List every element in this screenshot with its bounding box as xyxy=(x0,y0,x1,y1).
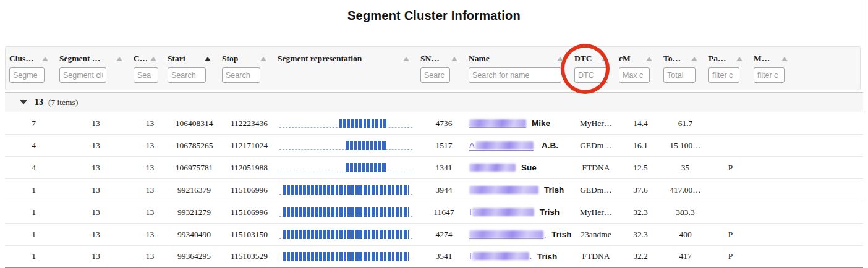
cell-cm: 32.3 xyxy=(618,207,663,217)
cell-snps: 11647 xyxy=(420,207,468,217)
page-title: Segment Cluster Information xyxy=(0,9,868,23)
cell-stop: 112171024 xyxy=(221,141,277,151)
column-label-paternal: Pa… xyxy=(708,54,726,64)
sort-header-total[interactable]: To… xyxy=(663,53,702,64)
group-row-chromosome-13[interactable]: 13 (7 items) xyxy=(5,92,863,112)
table-row[interactable]: 11313993404901151031504274,Trish23andme3… xyxy=(5,224,863,246)
sort-arrow-icon-stop[interactable] xyxy=(260,57,266,61)
table-row[interactable]: 11313992163791151069963944TrishGEDm…37.6… xyxy=(5,179,863,201)
cell-start: 99216379 xyxy=(167,185,221,195)
name-visible-suffix: . xyxy=(530,251,532,261)
sort-arrow-icon-snps[interactable] xyxy=(451,57,457,61)
column-label-maternal: M… xyxy=(754,54,770,64)
cell-cluster: 4 xyxy=(9,141,59,151)
column-label-start: Start xyxy=(168,54,185,64)
filter-input-dtc[interactable] xyxy=(574,67,608,83)
group-value: 13 xyxy=(35,98,43,107)
redacted-name-link[interactable]: A xyxy=(469,141,534,151)
cell-cm: 12.5 xyxy=(618,163,663,173)
filter-input-name[interactable] xyxy=(469,67,561,83)
cell-snps: 4274 xyxy=(420,230,468,240)
cell-name: I.Trish xyxy=(468,251,574,261)
cell-chromosome: 13 xyxy=(133,230,167,240)
sort-header-paternal[interactable]: Pa… xyxy=(708,53,747,64)
cell-stop: 115106996 xyxy=(221,207,277,217)
sort-header-cm[interactable]: cM xyxy=(619,53,657,64)
filter-input-start[interactable] xyxy=(168,67,206,83)
sort-arrow-icon-name[interactable] xyxy=(557,57,563,61)
sort-arrow-icon-start[interactable] xyxy=(205,57,211,61)
sort-header-chromosome[interactable]: C… xyxy=(134,53,161,64)
cell-segment-representation xyxy=(277,207,420,217)
redacted-name-blur xyxy=(472,208,534,216)
cell-dtc: 23andme xyxy=(574,230,618,240)
sort-arrow-icon-paternal[interactable] xyxy=(736,57,742,61)
table-row[interactable]: 413131067852651121710241517A.A.B.GEDm…16… xyxy=(5,135,863,157)
cell-dtc: GEDm… xyxy=(574,141,618,151)
name-annotation: Mike xyxy=(532,119,550,128)
sort-header-dtc[interactable]: DTC xyxy=(574,53,613,64)
column-filter-header: Clus…Segment …C…StartStopSegment represe… xyxy=(5,46,861,90)
name-annotation: Trish xyxy=(551,230,571,239)
cell-cluster: 7 xyxy=(9,119,59,128)
sort-arrow-icon-dtc[interactable] xyxy=(602,57,608,61)
sort-arrow-icon-cm[interactable] xyxy=(646,57,652,61)
segment-track xyxy=(279,229,412,240)
cell-cluster: 1 xyxy=(9,185,59,195)
cell-stop: 112051988 xyxy=(221,163,277,173)
table-row[interactable]: 413131069757811120519881341SueFTDNA12.53… xyxy=(5,157,863,179)
column-label-dtc: DTC xyxy=(574,54,592,64)
redacted-name-link[interactable] xyxy=(469,186,538,194)
sort-arrow-icon-segment[interactable] xyxy=(403,57,409,61)
redacted-name-link[interactable] xyxy=(469,230,543,239)
segment-bar xyxy=(283,252,408,261)
table-row[interactable]: 113139932127911510699611647ITrishMyHer…3… xyxy=(5,201,863,224)
cell-segment_cluster: 13 xyxy=(59,251,133,261)
filter-input-stop[interactable] xyxy=(222,67,260,83)
redacted-name-link[interactable]: I xyxy=(469,251,529,261)
cell-chromosome: 13 xyxy=(133,141,167,151)
collapse-caret-icon[interactable] xyxy=(20,100,27,104)
cell-cm: 16.1 xyxy=(618,141,663,151)
filter-input-snps[interactable] xyxy=(420,67,450,83)
sort-arrow-icon-cluster[interactable] xyxy=(42,57,48,61)
sort-header-start[interactable]: Start xyxy=(168,53,216,64)
cell-start: 99340490 xyxy=(167,230,221,240)
filter-input-paternal[interactable] xyxy=(708,67,739,83)
cell-chromosome: 13 xyxy=(133,207,167,217)
cell-name: Mike xyxy=(468,119,574,128)
sort-header-maternal[interactable]: M… xyxy=(754,53,793,64)
sort-header-segment[interactable]: Segment representation xyxy=(278,53,414,64)
filter-input-cm[interactable] xyxy=(619,67,650,83)
sort-header-segment_cluster[interactable]: Segment … xyxy=(59,53,127,64)
sort-header-stop[interactable]: Stop xyxy=(222,53,271,64)
sort-arrow-icon-segment_cluster[interactable] xyxy=(116,57,122,61)
name-annotation: Trish xyxy=(544,185,564,195)
sort-header-name[interactable]: Name xyxy=(469,53,568,64)
cell-cluster: 4 xyxy=(9,163,59,173)
redacted-name-link[interactable] xyxy=(469,119,526,128)
sort-arrow-icon-chromosome[interactable] xyxy=(150,57,156,61)
sort-header-cluster[interactable]: Clus… xyxy=(9,53,53,64)
redacted-name-link[interactable] xyxy=(469,164,516,172)
column-label-cluster: Clus… xyxy=(9,54,34,64)
table-row[interactable]: 713131064083141122234364736MikeMyHer…14.… xyxy=(5,112,863,135)
filter-input-chromosome[interactable] xyxy=(134,67,158,83)
container-right-edge xyxy=(862,0,862,46)
filter-input-total[interactable] xyxy=(663,67,696,83)
column-label-chromosome: C… xyxy=(134,54,147,64)
filter-input-cluster[interactable] xyxy=(9,67,45,83)
redacted-name-link[interactable]: I xyxy=(469,207,534,217)
sort-header-snps[interactable]: SN… xyxy=(420,53,462,64)
filter-input-maternal[interactable] xyxy=(754,67,785,83)
sort-arrow-icon-maternal[interactable] xyxy=(781,57,788,61)
cell-dtc: GEDm… xyxy=(574,185,618,195)
segment-track xyxy=(279,207,412,217)
table-row[interactable]: 11313993642951151035293541I.TrishFTDNA32… xyxy=(5,246,863,268)
redacted-name-blur xyxy=(469,119,526,127)
name-annotation: Trish xyxy=(537,252,557,261)
sort-arrow-icon-total[interactable] xyxy=(691,57,697,61)
header-col-cm: cM xyxy=(619,53,663,83)
filter-input-segment_cluster[interactable] xyxy=(59,67,106,83)
cell-dtc: MyHer… xyxy=(574,119,618,128)
